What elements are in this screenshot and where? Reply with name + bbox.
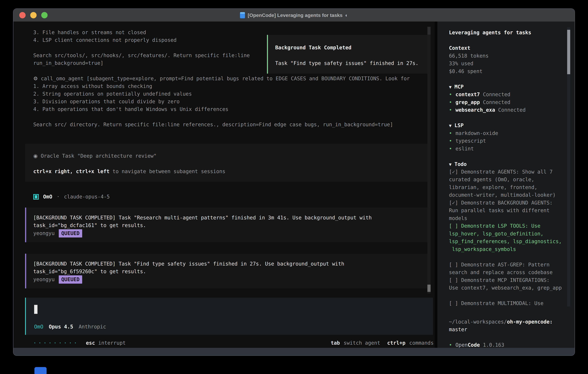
toast-body: Task "Find type safety issues" finished … [275, 59, 419, 67]
keybind-tab: tab [331, 339, 340, 347]
main-scrollbar-thumb[interactable] [427, 285, 430, 292]
active-agent-label: OmO [34, 323, 43, 331]
todo-heading: Todo [454, 161, 467, 167]
todo-line: models [449, 215, 467, 222]
todo-line: [✓] Demonstrate BACKGROUND AGENTS: [449, 199, 553, 207]
status-dot-icon: • [449, 92, 452, 97]
chevron-down-icon: ▼ [449, 123, 452, 128]
status-dot-icon: • [449, 138, 452, 144]
context-spent: $0.46 spent [449, 68, 483, 75]
zoom-button[interactable] [41, 12, 48, 18]
status-bar: ········· esc interrupt tab switch agent… [33, 339, 434, 347]
lsp-item: •eslint [449, 145, 474, 153]
navigation-hint: ctrl+x right, ctrl+x left to navigate be… [33, 168, 225, 175]
mcp-name: context7 [455, 92, 480, 97]
app-version: 1.0.163 [483, 342, 504, 348]
terminal-main-pane[interactable]: 3. File handles or streams not closed 4.… [13, 21, 435, 348]
todo-line: document-writer, multimodal-looker) [449, 191, 556, 199]
window-title: [OpenCode] Leveraging agents for tasks ◐ [240, 12, 348, 18]
gear-icon: ⚙ [33, 76, 38, 82]
oracle-task-title: ◉ Oracle Task "Deep architecture review" [33, 152, 157, 160]
fisheye-icon: ◉ [33, 153, 38, 159]
agent-omo-icon [33, 194, 39, 200]
keybind-ctrlp-label: commands [409, 339, 434, 347]
todo-line-active: lsp_find_references, lsp_diagnostics, [449, 238, 562, 245]
todo-line: curated agents (OmO, oracle, [449, 176, 534, 183]
todo-line: Use context7, websearch_exa, grep_app [449, 284, 562, 292]
main-scrollbar-track[interactable] [427, 27, 430, 294]
sidebar: Leveraging agents for tasks Context 66,5… [437, 21, 575, 348]
keybind-ctrlp: ctrl+p [387, 339, 405, 347]
status-dot-icon: • [449, 146, 452, 152]
workspace-path-prefix: ~/local-workspaces/ [449, 319, 507, 325]
task-message-line: [BACKGROUND TASK COMPLETED] Task "Find t… [33, 260, 344, 268]
oracle-task-text: Oracle Task "Deep architecture review" [38, 153, 157, 159]
main-scrollbar-segment[interactable] [427, 27, 430, 35]
agent-name: OmO [43, 193, 52, 201]
lsp-name: eslint [455, 146, 474, 152]
status-dot-icon: • [449, 342, 452, 348]
lsp-name: markdown-oxide [455, 130, 498, 136]
workspace-path: ~/local-workspaces/oh-my-opencode: [449, 318, 553, 326]
log-line: run_in_background=true] [33, 59, 104, 67]
log-line: Search src/tools/, src/hooks/, src/featu… [33, 52, 250, 59]
separator-dot: · [57, 193, 60, 201]
todo-line: search and replace across codebase [449, 269, 553, 276]
todo-line: librarian, explore, frontend, [449, 184, 537, 191]
chevron-down-icon: ▼ [449, 84, 452, 90]
task-message-line: [BACKGROUND TASK COMPLETED] Task "Resear… [33, 214, 372, 222]
lsp-heading: LSP [454, 123, 463, 128]
tool-call-item: 2. String operations on potentially unde… [33, 90, 192, 98]
app-name-light: Open [455, 342, 468, 348]
task-user: yeongyu [33, 229, 55, 237]
tool-call-line: ⚙ call_omo_agent [subagent_type=explore,… [33, 75, 410, 83]
mcp-status: Connected [483, 99, 510, 105]
oracle-task-panel: ◉ Oracle Task "Deep architecture review"… [25, 144, 428, 182]
log-line: 3. File handles or streams not closed [33, 29, 146, 36]
tool-call-item: 4. Path operations that don't handle Win… [33, 105, 229, 113]
session-state-icon: ◐ [345, 12, 348, 18]
mcp-section-header[interactable]: ▼MCP [449, 83, 463, 91]
status-dot-icon: • [449, 107, 452, 113]
status-dot-icon: • [449, 99, 452, 105]
todo-section-header[interactable]: ▼Todo [449, 160, 467, 168]
chevron-down-icon: ▼ [449, 162, 452, 167]
traffic-lights [19, 9, 48, 21]
keybind-esc-label: interrupt [98, 339, 126, 347]
keybind-tab-label: switch agent [344, 339, 380, 347]
task-message-line: task_id="bg_dcfac161" to get results. [33, 222, 146, 229]
todo-line: [ ] Demonstrate AST-GREP: Pattern [449, 261, 549, 269]
status-dot-icon: • [449, 130, 452, 136]
mcp-status: Connected [498, 107, 526, 113]
window-footer [13, 348, 575, 355]
todo-line-active: lsp_workspace_symbols [449, 245, 516, 253]
mcp-item: •context7 Connected [449, 91, 510, 98]
tool-call-item: Search src/ directory. Return specific f… [33, 121, 393, 128]
git-branch: master [449, 326, 467, 333]
titlebar: [OpenCode] Leveraging agents for tasks ◐ [13, 9, 575, 21]
todo-line: [ ] Demonstrate MCP INTEGRATIONS: [449, 276, 549, 284]
active-model-label: Opus 4.5 [49, 323, 73, 331]
background-task-message: [BACKGROUND TASK COMPLETED] Task "Resear… [25, 208, 428, 242]
prompt-input[interactable]: OmO Opus 4.5 Anthropic [25, 298, 433, 335]
status-badge: QUEUED [59, 229, 82, 238]
mcp-status [480, 92, 483, 97]
provider-label: Anthropic [79, 323, 106, 331]
close-button[interactable] [19, 12, 26, 18]
background-task-toast: Background Task Completed Task "Find typ… [267, 35, 430, 74]
context-heading: Context [449, 44, 470, 52]
status-badge: QUEUED [59, 275, 82, 284]
mcp-item: •grep_app Connected [449, 98, 510, 106]
keybind-esc: esc [86, 339, 95, 347]
task-user: yeongyu [33, 276, 55, 283]
tool-call-item: 3. Division operations that could divide… [33, 98, 179, 105]
dock-icon[interactable] [34, 367, 47, 374]
agent-header-row: OmO · claude-opus-4-5 [33, 193, 110, 201]
log-line: 4. LSP client connections not properly d… [33, 36, 177, 44]
app-window: [OpenCode] Leveraging agents for tasks ◐… [13, 8, 575, 356]
sidebar-scrollbar-thumb[interactable] [567, 30, 570, 74]
lsp-section-header[interactable]: ▼LSP [449, 122, 463, 129]
minimize-button[interactable] [30, 12, 37, 18]
mcp-name: grep_app [455, 99, 480, 105]
agent-model: claude-opus-4-5 [64, 193, 110, 201]
